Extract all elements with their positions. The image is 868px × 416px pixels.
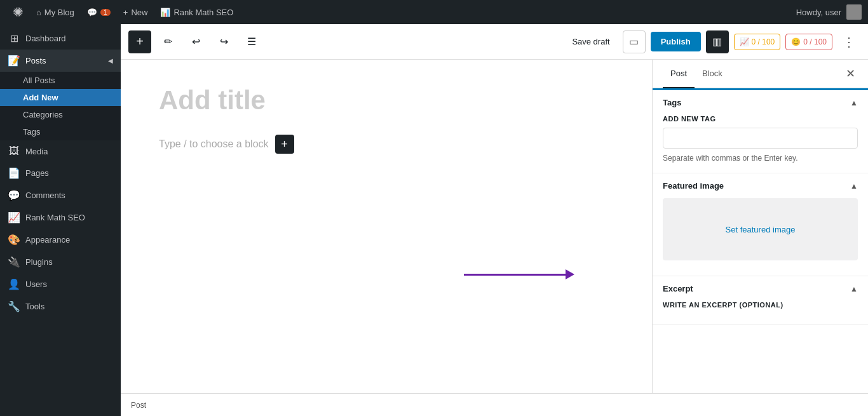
undo-button[interactable]: ↩ <box>184 30 207 53</box>
sidebar-label-tools: Tools <box>25 302 44 311</box>
block-area: Type / to choose a block + <box>159 135 614 154</box>
featured-image-header[interactable]: Featured image ▲ <box>653 173 868 198</box>
arrow-line <box>464 274 566 276</box>
sidebar-item-tools[interactable]: 🔧 Tools <box>0 295 121 318</box>
sidebar-item-all-posts[interactable]: All Posts <box>0 72 121 89</box>
home-icon: ⌂ <box>36 8 41 17</box>
sidebar-item-comments[interactable]: 💬 Comments <box>0 184 121 206</box>
posts-icon: 📝 <box>8 55 20 67</box>
adminbar-comments[interactable]: 💬 1 <box>81 0 117 24</box>
add-new-label: Add New <box>23 93 58 102</box>
adminbar-new[interactable]: + New <box>117 0 154 24</box>
tags-chevron-icon: ▲ <box>850 98 858 107</box>
rank-score-2[interactable]: 😊 0 / 100 <box>785 34 832 50</box>
featured-image-title: Featured image <box>663 181 724 191</box>
sidebar-label-rankmath: Rank Math SEO <box>25 213 85 222</box>
tools-button[interactable]: ✏ <box>156 30 179 53</box>
ellipsis-icon: ⋮ <box>843 35 855 49</box>
sidebar-section-main: ⊞ Dashboard 📝 Posts ◀ All Posts Add New … <box>0 24 121 321</box>
editor-body: Add title Type / to choose a block + Pos… <box>121 60 868 393</box>
panel-tabs: Post Block ✕ <box>653 60 868 88</box>
add-block-button[interactable]: + <box>128 30 151 53</box>
admin-bar: ✺ ⌂ My Blog 💬 1 + New 📊 Rank Math SEO Ho… <box>0 0 868 24</box>
panel-close-button[interactable]: ✕ <box>843 64 858 83</box>
add-new-tag-label: ADD NEW TAG <box>663 115 858 123</box>
avatar[interactable] <box>846 4 862 20</box>
tags-label: Tags <box>23 127 40 137</box>
tools-icon: 🔧 <box>8 300 20 312</box>
pages-icon: 📄 <box>8 167 20 179</box>
tab-post[interactable]: Post <box>663 60 695 88</box>
sidebar-label-comments: Comments <box>25 191 65 200</box>
redo-button[interactable]: ↪ <box>212 30 235 53</box>
tags-section-title: Tags <box>663 98 681 107</box>
post-label: Post <box>131 401 146 410</box>
plus-icon: + <box>123 8 128 17</box>
preview-icon: ▭ <box>629 36 639 48</box>
sidebar-toggle-button[interactable]: ▥ <box>706 30 729 53</box>
save-draft-button[interactable]: Save draft <box>564 33 617 50</box>
sidebar-label-dashboard: Dashboard <box>25 34 66 43</box>
sidebar-item-users[interactable]: 👤 Users <box>0 273 121 295</box>
sidebar-item-plugins[interactable]: 🔌 Plugins <box>0 251 121 273</box>
sidebar-label-pages: Pages <box>25 168 49 178</box>
sidebar-label-users: Users <box>25 279 47 289</box>
sidebar-label-plugins: Plugins <box>25 257 53 267</box>
featured-image-body: Set featured image <box>653 198 868 276</box>
sidebar-item-pages[interactable]: 📄 Pages <box>0 162 121 184</box>
add-block-inline-button[interactable]: + <box>275 135 294 154</box>
sidebar-toggle-icon: ▥ <box>712 36 722 48</box>
sidebar-label-media: Media <box>25 147 48 156</box>
undo-icon: ↩ <box>192 36 200 48</box>
post-title-field[interactable]: Add title <box>159 85 614 116</box>
tag-input[interactable] <box>663 128 858 149</box>
bottom-bar: Post <box>121 393 868 416</box>
excerpt-chevron-icon: ▲ <box>850 285 858 293</box>
list-view-button[interactable]: ☰ <box>240 30 263 53</box>
wp-logo[interactable]: ✺ <box>6 4 30 20</box>
publish-button[interactable]: Publish <box>651 32 701 51</box>
panel-content: Tags ▲ ADD NEW TAG Separate with commas … <box>653 88 868 393</box>
tab-block[interactable]: Block <box>695 60 730 88</box>
plugins-icon: 🔌 <box>8 256 20 268</box>
more-options-button[interactable]: ⋮ <box>837 32 860 52</box>
set-featured-image-button[interactable]: Set featured image <box>663 198 858 260</box>
rankmath-icon: 📊 <box>160 8 170 17</box>
sidebar-item-dashboard[interactable]: ⊞ Dashboard <box>0 27 121 50</box>
sidebar-item-add-new[interactable]: Add New <box>0 89 121 106</box>
excerpt-section-header[interactable]: Excerpt ▲ <box>653 276 868 301</box>
adminbar-rankmath[interactable]: 📊 Rank Math SEO <box>154 0 240 24</box>
sidebar-item-rankmath[interactable]: 📈 Rank Math SEO <box>0 206 121 229</box>
block-placeholder[interactable]: Type / to choose a block <box>159 138 269 150</box>
arrow-head <box>566 269 574 279</box>
sidebar-item-categories[interactable]: Categories <box>0 106 121 123</box>
list-icon: ☰ <box>247 36 256 48</box>
write-excerpt-label: WRITE AN EXCERPT (OPTIONAL) <box>663 301 858 309</box>
comments-icon: 💬 <box>87 8 97 17</box>
excerpt-section-body: WRITE AN EXCERPT (OPTIONAL) <box>653 301 868 324</box>
adminbar-site[interactable]: ⌂ My Blog <box>30 0 81 24</box>
chevron-left-icon: ◀ <box>108 57 113 64</box>
tags-section-header[interactable]: Tags ▲ <box>653 90 868 115</box>
sidebar-label-appearance: Appearance <box>25 235 70 245</box>
appearance-icon: 🎨 <box>8 234 20 246</box>
sidebar-item-media[interactable]: 🖼 Media <box>0 140 121 162</box>
sidebar: ⊞ Dashboard 📝 Posts ◀ All Posts Add New … <box>0 24 121 416</box>
sidebar-item-appearance[interactable]: 🎨 Appearance <box>0 229 121 251</box>
sidebar-item-tags[interactable]: Tags <box>0 123 121 140</box>
excerpt-title: Excerpt <box>663 284 693 293</box>
editor-canvas[interactable]: Add title Type / to choose a block + <box>121 60 652 393</box>
dashboard-icon: ⊞ <box>8 32 20 44</box>
rank-score-1-value: 0 / 100 <box>752 37 775 46</box>
comments-sidebar-icon: 💬 <box>8 189 20 201</box>
rankmath-sidebar-icon: 📈 <box>8 211 20 224</box>
sidebar-item-posts[interactable]: 📝 Posts ◀ <box>0 50 121 72</box>
set-featured-image-link[interactable]: Set featured image <box>726 225 796 234</box>
rank-score-1[interactable]: 📈 0 / 100 <box>734 34 781 50</box>
rank-icon-2: 😊 <box>791 37 801 46</box>
right-panel: Post Block ✕ Tags ▲ ADD NEW TAG <box>652 60 868 393</box>
howdy-text: Howdy, user <box>796 8 841 17</box>
media-icon: 🖼 <box>8 145 20 157</box>
featured-image-chevron-icon: ▲ <box>850 182 858 191</box>
preview-button[interactable]: ▭ <box>623 30 646 53</box>
